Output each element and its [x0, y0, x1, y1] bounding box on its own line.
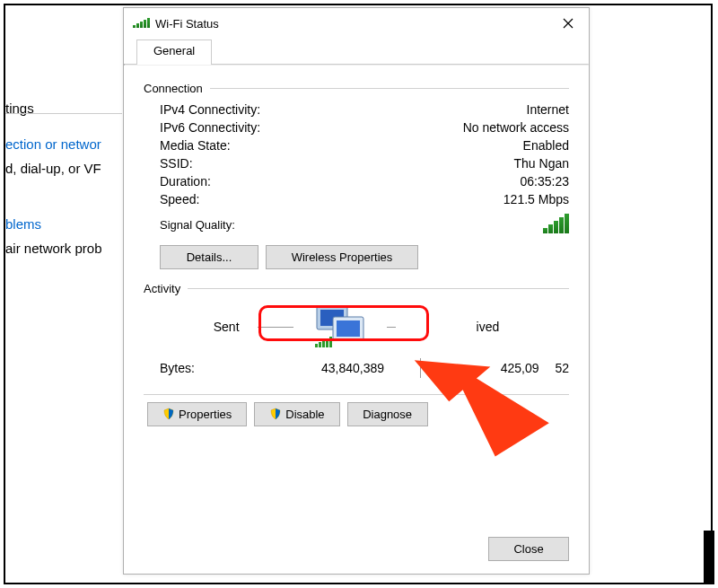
close-icon[interactable]	[547, 9, 589, 38]
close-button[interactable]: Close	[488, 537, 569, 561]
svg-rect-7	[326, 338, 328, 347]
scrollbar-fragment	[704, 531, 714, 584]
tab-strip: General	[124, 39, 589, 64]
bg-separator	[5, 113, 122, 114]
svg-rect-4	[315, 344, 318, 347]
svg-rect-8	[329, 337, 332, 347]
speed-value: 121.5 Mbps	[425, 192, 569, 206]
tab-general[interactable]: General	[136, 39, 212, 65]
ssid-value: Thu Ngan	[425, 156, 569, 171]
duration-label: Duration:	[160, 174, 425, 189]
ssid-label: SSID:	[160, 156, 425, 171]
signal-row: Signal Quality:	[144, 214, 569, 236]
speed-label: Speed:	[160, 192, 425, 206]
activity-graphic: Sent ived	[144, 303, 569, 351]
ipv4-label: IPv4 Connectivity:	[160, 102, 425, 117]
activity-group-header: Activity	[144, 282, 569, 295]
media-row: Media State: Enabled	[144, 138, 569, 153]
wireless-properties-button[interactable]: Wireless Properties	[266, 245, 418, 269]
properties-button[interactable]: Properties	[147, 402, 247, 426]
ipv6-row: IPv6 Connectivity: No network access	[144, 120, 569, 135]
diagnose-button[interactable]: Diagnose	[347, 402, 428, 426]
svg-rect-5	[319, 342, 321, 347]
wifi-icon	[133, 17, 150, 31]
computers-icon	[311, 303, 369, 351]
activity-group-label: Activity	[144, 282, 180, 295]
connection-group-header: Connection	[144, 82, 569, 95]
bg-connection-link[interactable]: ection or networ	[5, 136, 101, 152]
svg-rect-6	[322, 340, 325, 347]
received-label: ived	[477, 320, 500, 334]
bg-problems-link[interactable]: blems	[5, 216, 41, 232]
bytes-label: Bytes:	[160, 361, 285, 375]
duration-value: 06:35:23	[425, 174, 569, 189]
signal-bars-icon	[543, 214, 569, 236]
bg-dial-text: d, dial-up, or VF	[5, 161, 101, 176]
duration-row: Duration: 06:35:23	[144, 174, 569, 189]
signal-label: Signal Quality:	[160, 218, 543, 232]
shield-icon	[269, 408, 282, 420]
ipv6-value: No network access	[425, 120, 569, 135]
media-label: Media State:	[160, 138, 425, 153]
ipv4-row: IPv4 Connectivity: Internet	[144, 102, 569, 117]
speed-row: Speed: 121.5 Mbps	[144, 192, 569, 206]
ssid-row: SSID: Thu Ngan	[144, 156, 569, 171]
wifi-status-dialog: Wi-Fi Status General Connection IPv4 Con…	[123, 7, 590, 575]
bytes-sent-value: 43,840,389	[285, 361, 402, 375]
bytes-recv-value: 425,09x,x52	[439, 361, 569, 375]
ipv4-value: Internet	[425, 102, 569, 117]
disable-button[interactable]: Disable	[254, 402, 339, 426]
bottom-separator	[144, 394, 569, 395]
titlebar: Wi-Fi Status	[124, 8, 589, 39]
media-value: Enabled	[425, 138, 569, 153]
svg-rect-3	[337, 320, 360, 337]
details-button[interactable]: Details...	[160, 245, 258, 269]
bg-repair-text: air network prob	[5, 241, 102, 256]
sent-label: Sent	[214, 320, 240, 334]
dialog-title: Wi-Fi Status	[155, 17, 219, 31]
connection-group-label: Connection	[144, 82, 203, 95]
ipv6-label: IPv6 Connectivity:	[160, 120, 425, 135]
bytes-row: Bytes: 43,840,389 425,09x,x52	[144, 358, 569, 378]
shield-icon	[162, 408, 175, 420]
